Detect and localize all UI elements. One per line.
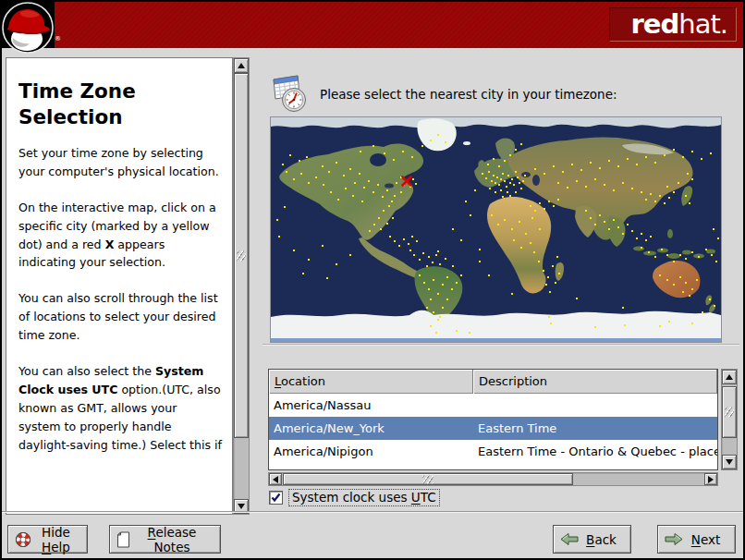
table-header: Location Description: [269, 370, 717, 394]
scroll-up-button[interactable]: [722, 370, 737, 384]
next-button[interactable]: Next: [657, 525, 736, 554]
scroll-right-button[interactable]: [704, 473, 717, 485]
help-panel: Time Zone Selection Set your time zone b…: [6, 57, 233, 515]
scrollbar-thumb[interactable]: [234, 73, 249, 438]
header-banner: redhat.: [2, 2, 743, 48]
left-arrow-icon: [273, 476, 278, 483]
utc-checkbox[interactable]: [269, 491, 283, 505]
table-row[interactable]: America/NipigonEastern Time - Ontario & …: [269, 440, 717, 463]
cell-location[interactable]: America/Nassau: [269, 394, 473, 417]
world-map-svg: [271, 117, 721, 342]
world-map[interactable]: [271, 117, 721, 342]
redhat-wordmark: redhat.: [609, 7, 737, 42]
cell-location[interactable]: America/Nipigon: [269, 440, 473, 463]
next-arrow-icon: [665, 532, 683, 546]
next-button-label: Next: [683, 532, 728, 547]
installer-window: redhat. ® Time Zone Selection Set your t…: [0, 0, 745, 560]
cell-description[interactable]: [473, 394, 717, 417]
cell-location[interactable]: America/New_York: [269, 417, 473, 440]
cell-description[interactable]: Eastern Time: [473, 417, 717, 440]
scroll-up-button[interactable]: [234, 58, 249, 73]
help-text: Set your time zone by selecting your com…: [18, 144, 222, 454]
scroll-left-button[interactable]: [269, 473, 282, 485]
down-arrow-icon: [726, 459, 733, 465]
scroll-down-button[interactable]: [722, 455, 737, 469]
registered-mark: ®: [55, 35, 61, 43]
hide-help-button[interactable]: Hide Help: [7, 525, 88, 554]
down-arrow-icon: [238, 504, 245, 509]
timezone-calendar-clock-icon: [266, 71, 311, 114]
back-arrow-icon: [560, 532, 579, 546]
help-paragraph: You can also select the System Clock use…: [18, 362, 222, 454]
up-arrow-icon: [238, 63, 245, 68]
redhat-logo-text: redhat.: [631, 11, 727, 38]
column-header-description[interactable]: Description: [473, 370, 717, 394]
release-notes-label: Release Notes: [130, 525, 214, 554]
help-paragraph: You can also scroll through the list of …: [18, 289, 222, 345]
help-scrollbar[interactable]: [233, 57, 250, 515]
table-vertical-scrollbar[interactable]: [721, 369, 738, 470]
map-separator: [263, 344, 739, 346]
map-bottom-edge: [271, 338, 721, 342]
footer-separator: [2, 511, 743, 513]
column-header-location[interactable]: Location: [269, 370, 473, 394]
hide-help-label: Hide Help: [31, 525, 80, 554]
up-arrow-icon: [726, 374, 733, 380]
cell-description[interactable]: Eastern Time - Ontario & Quebec - places…: [473, 440, 717, 463]
back-button-label: Back: [579, 532, 624, 547]
redhat-shadowman-icon: [2, 2, 59, 57]
utc-checkbox-row: System clock uses UTC: [269, 490, 440, 505]
scrollbar-thumb[interactable]: [283, 473, 573, 485]
help-paragraph: Set your time zone by selecting your com…: [18, 144, 222, 181]
document-icon: [116, 531, 130, 548]
table-row[interactable]: America/Nassau: [269, 394, 717, 417]
check-icon: [271, 493, 281, 503]
table-horizontal-scrollbar[interactable]: [268, 472, 718, 486]
help-paragraph: On the interactive map, click on a speci…: [18, 199, 222, 273]
utc-checkbox-label[interactable]: System clock uses UTC: [288, 489, 440, 506]
help-title: Time Zone Selection: [18, 79, 222, 129]
table-row[interactable]: America/New_YorkEastern Time: [269, 417, 717, 440]
right-arrow-icon: [708, 476, 714, 483]
release-notes-button[interactable]: Release Notes: [109, 525, 221, 554]
timezone-rows: America/NassauAmerica/New_YorkEastern Ti…: [269, 394, 717, 463]
lifebuoy-icon: [15, 531, 31, 548]
instruction-text: Please select the nearest city in your t…: [320, 87, 617, 102]
timezone-table: Location Description America/NassauAmeri…: [268, 369, 718, 470]
scrollbar-thumb[interactable]: [722, 386, 737, 438]
back-button[interactable]: Back: [553, 525, 631, 554]
